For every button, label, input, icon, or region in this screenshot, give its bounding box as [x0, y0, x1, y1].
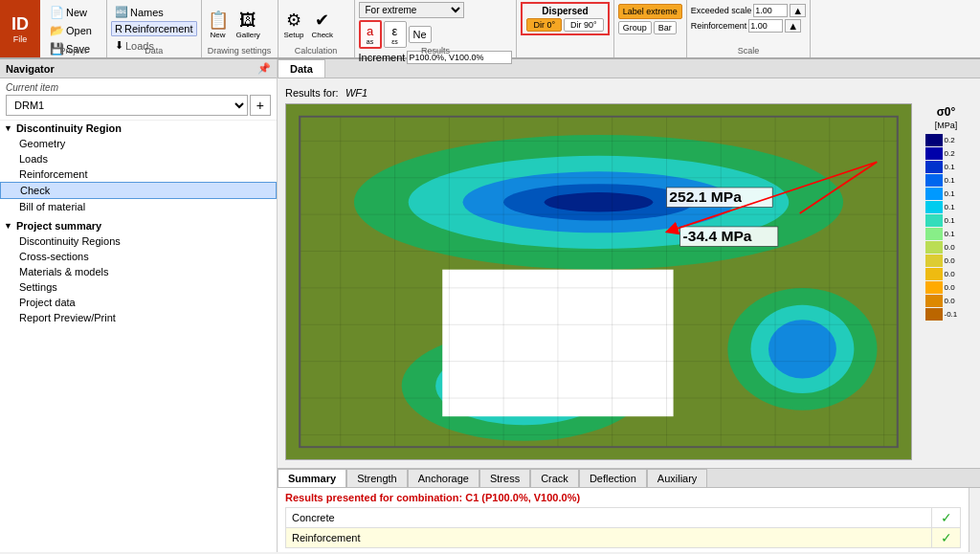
tree-item-disc-regions[interactable]: Discontinuity Regions	[0, 233, 277, 249]
tree-item-cross-sections[interactable]: Cross-sections	[0, 249, 277, 264]
results-section-label: Results	[355, 46, 517, 55]
legend-val-1: 0.2	[945, 149, 968, 158]
check-button[interactable]: ✔ Check	[309, 8, 335, 41]
current-item-label: Current item	[6, 82, 271, 93]
tree-item-project-data[interactable]: Project data	[0, 295, 277, 310]
names-icon: 🔤	[115, 6, 128, 18]
nav-pin-icon[interactable]: 📌	[257, 62, 271, 75]
tab-crack[interactable]: Crack	[530, 469, 579, 487]
group-button[interactable]: Group	[618, 21, 652, 34]
legend-val-6: 0.1	[945, 216, 968, 225]
open-button[interactable]: 📂 Open	[46, 22, 100, 39]
es-icon: ε	[392, 24, 398, 38]
results-title: Results for:	[285, 87, 339, 99]
legend-color-11	[925, 281, 943, 294]
exceeded-scale-input[interactable]	[753, 4, 788, 17]
legend-color-9	[925, 255, 943, 267]
tree-item-settings[interactable]: Settings	[0, 279, 277, 295]
legend-val-9: 0.0	[945, 256, 968, 265]
setup-icon: ⚙	[286, 10, 301, 31]
calculation-label: Calculation	[278, 46, 354, 55]
ne-button[interactable]: Ne	[409, 26, 432, 43]
result-status-cell: ✓	[932, 508, 961, 528]
label-extreme-button[interactable]: Label extreme	[618, 4, 682, 19]
scale-section-label: Scale	[687, 46, 810, 55]
data-section-label: Data	[107, 46, 201, 55]
tree-group-project-summary[interactable]: ▼ Project summary	[0, 218, 277, 233]
legend-val-8: 0.0	[945, 243, 968, 252]
tab-anchorage[interactable]: Anchorage	[408, 469, 479, 487]
gallery-button[interactable]: 🖼 Gallery	[234, 9, 262, 41]
reinforcement-scale-input[interactable]	[748, 19, 783, 33]
es-button[interactable]: ε εs	[384, 21, 407, 48]
check-icon: ✔	[315, 10, 329, 31]
triangle-icon: ▼	[4, 123, 12, 133]
svg-text:252.1 MPa: 252.1 MPa	[669, 190, 742, 205]
setup-button[interactable]: ⚙ Setup	[282, 8, 306, 41]
names-button[interactable]: 🔤 Names	[111, 4, 197, 20]
tree-item-geometry[interactable]: Geometry	[0, 136, 277, 151]
legend-val-13: -0.1	[945, 310, 968, 319]
exceeded-scale-up[interactable]: ▲	[790, 4, 806, 17]
tab-summary[interactable]: Summary	[278, 469, 346, 487]
gallery-icon: 🖼	[239, 11, 256, 31]
open-icon: 📂	[50, 24, 64, 37]
legend-val-5: 0.1	[945, 203, 968, 211]
legend-color-10	[925, 268, 943, 280]
svg-point-10	[545, 192, 654, 211]
check-icon: ✓	[941, 510, 952, 525]
dir0-button[interactable]: Dir 0°	[526, 18, 562, 32]
reinforcement-scale-up[interactable]: ▲	[785, 19, 801, 33]
legend-color-6	[925, 214, 943, 227]
result-label-cell: Reinforcement	[286, 528, 932, 548]
new-button[interactable]: 📄 New	[46, 4, 100, 21]
project-section-label: Project	[40, 46, 106, 55]
legend-color-7	[925, 228, 943, 240]
nav-tree: ▼ Discontinuity Region Geometry Loads Re…	[0, 121, 277, 552]
legend-color-0	[925, 134, 943, 146]
new-drawing-icon: 📋	[208, 10, 229, 31]
legend-color-12	[925, 295, 943, 307]
table-row: Reinforcement✓	[286, 528, 961, 548]
tree-item-report[interactable]: Report Preview/Print	[0, 310, 277, 325]
legend-val-11: 0.0	[945, 283, 968, 292]
sigma-unit: [MPa]	[935, 121, 958, 130]
reinforcement-icon: R	[115, 23, 122, 34]
legend-color-1	[925, 147, 943, 160]
legend-val-7: 0.1	[945, 230, 968, 238]
tab-auxiliary[interactable]: Auxiliary	[647, 469, 708, 487]
tree-item-materials[interactable]: Materials & models	[0, 264, 277, 279]
navigator-title: Navigator	[6, 63, 55, 75]
reinforcement-scale-label: Reinforcement	[691, 21, 747, 31]
tab-strength[interactable]: Strength	[346, 469, 408, 487]
drm-selector[interactable]: DRM1	[6, 95, 248, 116]
result-combination-label: Results presented for combination: C1 (P…	[285, 492, 961, 503]
as-button[interactable]: a as	[359, 20, 382, 49]
legend-val-4: 0.1	[945, 189, 968, 198]
bar-button[interactable]: Bar	[654, 21, 677, 34]
reinforcement-button[interactable]: R Reinforcement	[111, 21, 197, 36]
sigma-label: σ0°	[937, 105, 956, 119]
tab-data[interactable]: Data	[278, 59, 325, 78]
dir90-button[interactable]: Dir 90°	[564, 18, 604, 32]
add-item-button[interactable]: +	[250, 95, 271, 116]
triangle-icon2: ▼	[4, 221, 12, 231]
tree-item-reinforcement[interactable]: Reinforcement	[0, 166, 277, 182]
legend-val-10: 0.0	[945, 270, 968, 278]
tree-group-discontinuity[interactable]: ▼ Discontinuity Region	[0, 121, 277, 136]
results-dropdown[interactable]: For extreme	[359, 2, 464, 18]
file-section[interactable]: ID File	[0, 0, 40, 57]
new-drawing-button[interactable]: 📋 New	[206, 8, 231, 41]
tab-stress[interactable]: Stress	[479, 469, 530, 487]
tab-deflection[interactable]: Deflection	[579, 469, 647, 487]
tree-item-bill[interactable]: Bill of material	[0, 199, 277, 214]
tree-item-check[interactable]: Check	[0, 182, 277, 199]
file-icon: ID	[11, 14, 29, 34]
heatmap-svg: 252.1 MPa -34.4 MPa	[286, 104, 911, 459]
tree-item-loads[interactable]: Loads	[0, 151, 277, 166]
legend-val-12: 0.0	[945, 297, 968, 305]
scroll-bar[interactable]	[969, 488, 980, 552]
new-icon: 📄	[50, 6, 64, 19]
check-icon: ✓	[941, 530, 952, 545]
exceeded-scale-label: Exceeded scale	[691, 6, 752, 15]
